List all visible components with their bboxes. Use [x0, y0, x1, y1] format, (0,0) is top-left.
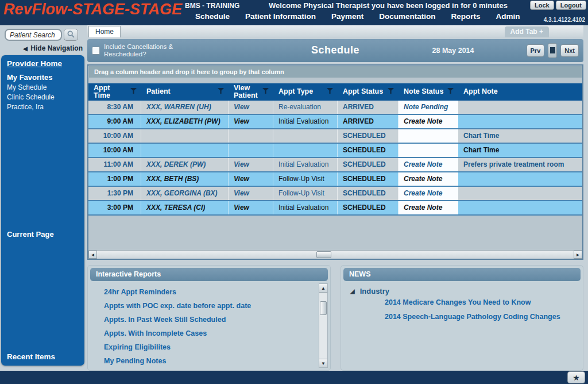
table-row[interactable]: 8:30 AMXXX, WARREN (UH)ViewRe-evaluation… [88, 101, 582, 115]
appt-type-cell: Initial Evaluation [273, 201, 338, 214]
report-link-expiring-eligibilites[interactable]: Expiring Eligibilites [104, 340, 319, 354]
filter-icon[interactable] [447, 88, 454, 95]
tab-home[interactable]: Home [88, 26, 121, 37]
view-patient-link[interactable]: View [229, 172, 273, 186]
view-patient-link[interactable]: View [229, 187, 273, 200]
appt-type-cell: Follow-Up Visit [273, 172, 338, 186]
report-link-appts-with-poc-exp-date-before-appt-date[interactable]: Appts with POC exp. date before appt. da… [104, 299, 319, 313]
column-header-appt-type[interactable]: Appt Type [273, 83, 338, 101]
patient-search-input[interactable] [5, 29, 62, 41]
horizontal-scrollbar[interactable]: ◄ ► [88, 250, 582, 259]
appt-time-cell: 1:00 PM [88, 172, 141, 186]
note-status-link[interactable]: Create Note [399, 172, 458, 186]
scrollbar-track[interactable] [97, 251, 574, 259]
app-footer: ★ [0, 371, 588, 384]
version-label: 4.3.1.4122.4102 [544, 17, 585, 23]
nav-item-payment[interactable]: Payment [331, 12, 363, 21]
table-row[interactable]: 1:30 PMXXX, GEORGINA (BX)ViewFollow-Up V… [88, 187, 582, 201]
view-patient-link[interactable]: View [229, 115, 273, 128]
news-group-industry[interactable]: ◢ Industry [350, 287, 581, 295]
scrollbar-thumb[interactable] [316, 251, 331, 258]
report-link-appts-with-incomplete-cases[interactable]: Appts. With Incomplete Cases [104, 327, 319, 340]
schedule-toolbar: Include Cancellations & Rescheduled? Sch… [87, 39, 583, 62]
table-row[interactable]: 10:00 AMSCHEDULEDChart Time [88, 144, 582, 158]
column-header-appt-time[interactable]: Appt Time [88, 83, 141, 101]
appt-note-cell: Chart Time [458, 144, 582, 157]
calendar-button[interactable] [548, 43, 557, 58]
note-status-link[interactable]: Create Note [399, 158, 458, 171]
hide-navigation-label: Hide Navigation [30, 44, 83, 52]
table-row[interactable]: 3:00 PMXXX, TERESA (CI)ViewInitial Evalu… [88, 201, 582, 216]
reports-scrollbar-track[interactable] [319, 293, 327, 359]
note-status-link[interactable]: Note Pending [399, 101, 458, 114]
report-link-24hr-appt-reminders[interactable]: 24hr Appt Reminders [104, 285, 319, 299]
appt-type-cell: Follow-Up Visit [273, 187, 338, 200]
filter-icon[interactable] [388, 88, 394, 95]
appt-status-cell: SCHEDULED [338, 201, 399, 214]
reports-scrollbar-thumb[interactable] [320, 301, 327, 315]
interactive-reports-header: Interactive Reports [90, 268, 328, 281]
column-header-appt-note[interactable]: Appt Note [458, 83, 582, 101]
sidebar-nav-panel: Provider Home My Favorites My ScheduleCl… [1, 55, 84, 366]
view-patient-link[interactable]: View [229, 101, 273, 114]
app-header: RevFlow-STAGE-STAGE BMS - TRAINING Welco… [0, 0, 588, 25]
scroll-down-icon[interactable]: ▼ [319, 359, 327, 367]
table-row[interactable]: 1:00 PMXXX, BETH (BS)ViewFollow-Up Visit… [88, 172, 582, 187]
column-header-note-status[interactable]: Note Status [399, 83, 458, 101]
table-row[interactable]: 10:00 AMSCHEDULEDChart Time [88, 129, 582, 144]
view-patient-link [229, 144, 273, 157]
note-status-link[interactable]: Create Note [399, 201, 458, 214]
view-patient-link[interactable]: View [229, 158, 273, 171]
appt-type-cell [273, 144, 338, 157]
reports-scrollbar[interactable]: ▲ ▼ [319, 283, 328, 368]
lock-button[interactable]: Lock [530, 1, 554, 10]
appt-type-cell: Initial Evaluation [273, 115, 338, 128]
news-link-2014-speech-language-pathology-coding-changes[interactable]: 2014 Speech-Language Pathology Coding Ch… [385, 310, 581, 324]
table-row[interactable]: 11:00 AMXXX, DEREK (PW)ViewInitial Evalu… [88, 158, 582, 172]
sidebar-item-my-schedule[interactable]: My Schedule [7, 83, 84, 93]
nav-item-patient-information[interactable]: Patient Information [245, 12, 316, 21]
favorite-star-button[interactable]: ★ [567, 371, 585, 383]
scroll-up-icon[interactable]: ▲ [319, 284, 327, 293]
appt-note-cell [458, 101, 582, 114]
filter-icon[interactable] [130, 88, 137, 95]
schedule-date: 28 May 2014 [432, 47, 474, 55]
prev-day-button[interactable]: Prv [527, 44, 545, 57]
column-header-view-patient[interactable]: View Patient [229, 83, 273, 101]
nav-item-reports[interactable]: Reports [451, 12, 481, 21]
include-cancellations-checkbox[interactable] [92, 47, 100, 55]
sidebar-item-clinic-schedule[interactable]: Clinic Schedule [7, 93, 84, 102]
table-row[interactable]: 9:00 AMXXX, ELIZABETH (PW)ViewInitial Ev… [88, 115, 582, 129]
note-status-link[interactable]: Create Note [399, 115, 458, 128]
nav-item-admin[interactable]: Admin [496, 12, 520, 21]
patient-cell: XXX, ELIZABETH (PW) [141, 115, 229, 128]
star-icon: ★ [572, 373, 580, 382]
view-patient-link[interactable]: View [229, 201, 273, 214]
column-header-patient[interactable]: Patient [141, 83, 229, 101]
report-link-my-pending-notes[interactable]: My Pending Notes [104, 354, 319, 368]
recent-items-title: Recent Items [7, 352, 84, 361]
nav-item-schedule[interactable]: Schedule [195, 12, 230, 21]
appt-time-cell: 10:00 AM [88, 129, 141, 143]
column-header-appt-status[interactable]: Appt Status [338, 83, 399, 101]
logout-button[interactable]: Logout [556, 1, 586, 10]
filter-icon[interactable] [327, 88, 333, 95]
next-day-button[interactable]: Nxt [560, 44, 579, 57]
sidebar-item-provider-home[interactable]: Provider Home [7, 59, 84, 68]
scroll-right-icon[interactable]: ► [574, 251, 582, 259]
sidebar-item-practice-ira[interactable]: Practice, Ira [7, 102, 84, 112]
search-button[interactable] [64, 29, 78, 41]
filter-icon[interactable] [218, 88, 224, 95]
interactive-reports-panel: Interactive Reports 24hr Appt RemindersA… [87, 265, 331, 371]
news-link-2014-medicare-changes-you-need-to-know[interactable]: 2014 Medicare Changes You Need to Know [385, 295, 581, 310]
scroll-left-icon[interactable]: ◄ [88, 251, 97, 259]
filter-icon[interactable] [262, 88, 269, 95]
add-tab-button[interactable]: Add Tab + [505, 26, 549, 37]
hide-navigation-link[interactable]: ◀ Hide Navigation [0, 42, 86, 55]
nav-item-documentation[interactable]: Documentation [379, 12, 435, 21]
appt-type-cell: Initial Evaluation [273, 158, 338, 171]
patient-cell: XXX, BETH (BS) [141, 172, 229, 186]
group-drop-zone[interactable]: Drag a column header and drop it here to… [89, 66, 582, 78]
report-link-appts-in-past-week-still-scheduled[interactable]: Appts. In Past Week Still Scheduled [104, 313, 319, 327]
note-status-link[interactable]: Create Note [399, 187, 458, 200]
